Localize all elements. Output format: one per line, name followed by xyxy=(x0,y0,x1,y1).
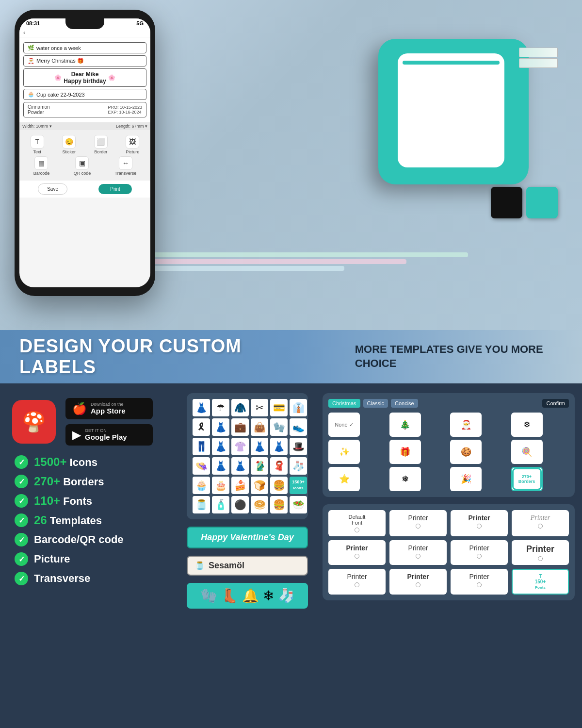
picture-tool-icon: 🖼 xyxy=(126,135,139,149)
barcode-tool-label: Barcode xyxy=(33,171,50,176)
font-cell-6[interactable]: Printer xyxy=(451,540,508,565)
sesamol-banner: 🫙 Sesamöl xyxy=(187,556,308,576)
font-cell-badge[interactable]: T150+Fonts xyxy=(512,569,569,595)
font-sample-3: Printer xyxy=(531,514,550,522)
app-toolbar: T Text 😊 Sticker ⬜ Border 🖼 xyxy=(19,130,150,181)
border-cell[interactable]: 🍪 xyxy=(450,440,482,464)
toolbar-row-1: T Text 😊 Sticker ⬜ Border 🖼 xyxy=(21,135,148,154)
save-button[interactable]: Save xyxy=(38,183,67,195)
google-play-button[interactable]: ▶ GET IT ON Google Play xyxy=(65,424,153,446)
picture-tool[interactable]: 🖼 Picture xyxy=(126,135,139,154)
valentine-text: Happy Valentine's Day xyxy=(201,532,294,542)
icon-cell: 🥻 xyxy=(251,457,268,475)
feature-fonts: ✓ 110+ Fonts xyxy=(15,494,167,508)
icon-cell: 👖 xyxy=(193,438,210,455)
font-cell-default[interactable]: DefaultFont xyxy=(328,510,386,536)
santa-icon: 🎅 xyxy=(28,58,34,64)
plant-icon: 🌿 xyxy=(28,45,34,51)
border-cell[interactable]: 🎄 xyxy=(389,413,421,437)
border-cell[interactable]: 🎁 xyxy=(389,440,421,464)
font-sample-9: Printer xyxy=(407,573,429,580)
label-item-cupcake[interactable]: 🧁 Cup cake 22-9-2023 xyxy=(23,89,146,100)
sticker-tool-icon: 😊 xyxy=(62,135,76,149)
text-tool[interactable]: T Text xyxy=(31,135,44,154)
apple-icon: 🍎 xyxy=(72,402,87,415)
feature-picture: ✓ Picture xyxy=(15,552,167,566)
snowflake-icon: ❄ xyxy=(263,588,274,604)
font-cell-10[interactable]: Printer xyxy=(451,569,508,595)
icon-cell: 🍞 xyxy=(251,477,268,494)
width-label: Width: 10mm ▾ xyxy=(22,124,52,129)
label-item-birthday[interactable]: 🌸 Dear MikeHappy birthday 🌸 xyxy=(23,68,146,87)
border-tool[interactable]: ⬜ Border xyxy=(94,135,108,154)
qr-tool[interactable]: ▣ QR code xyxy=(74,156,91,176)
top-product-section: 08:31 5G ‹ 🌿 water once a week 🎅 xyxy=(0,0,582,330)
app-store-button[interactable]: 🍎 Download on the App Store xyxy=(65,398,153,419)
font-cell-2[interactable]: Printer xyxy=(451,510,508,536)
label-item-christmas[interactable]: 🎅 Merry Christmas 🎁 xyxy=(23,55,146,66)
cupcake-icon: 🧁 xyxy=(28,91,34,98)
app-logos-row: 🍄 🍎 Download on the App Store ▶ GET IT O… xyxy=(12,398,167,446)
border-cell[interactable]: 🎉 xyxy=(450,467,482,491)
icon-cell: 🧤 xyxy=(270,418,288,436)
valentine-banner: Happy Valentine's Day xyxy=(187,527,308,548)
radio-dot xyxy=(355,582,359,587)
font-cell-8[interactable]: Printer xyxy=(328,569,386,595)
border-cell[interactable]: ❅ xyxy=(389,467,421,491)
radio-dot xyxy=(355,554,359,559)
label-item-water[interactable]: 🌿 water once a week xyxy=(23,42,146,53)
width-length-selector: Width: 10mm ▾ Length: 67mm ▾ xyxy=(19,122,150,130)
font-cell-9[interactable]: Printer xyxy=(389,569,447,595)
font-cell-5[interactable]: Printer xyxy=(389,540,447,565)
boot-icon: 👢 xyxy=(221,588,238,604)
phone-time: 08:31 xyxy=(26,20,40,26)
qr-tool-label: QR code xyxy=(74,171,91,176)
icon-cell: 🥗 xyxy=(290,496,307,513)
font-cell-1[interactable]: Printer xyxy=(389,510,447,536)
barcode-tool[interactable]: ▦ Barcode xyxy=(33,156,50,176)
bottle-icon: 🫙 xyxy=(195,561,205,570)
google-play-text: GET IT ON Google Play xyxy=(85,428,127,442)
border-none[interactable]: None ✓ xyxy=(328,413,360,437)
feature-icons-text: 1500+ Icons xyxy=(34,455,97,469)
border-tool-label: Border xyxy=(94,149,107,154)
icon-cell: 👗 xyxy=(212,457,229,475)
icon-cell: 👟 xyxy=(290,418,307,436)
icon-cell: 🫙 xyxy=(193,496,210,513)
border-cell[interactable]: ⭐ xyxy=(328,467,360,491)
sticker-tool[interactable]: 😊 Sticker xyxy=(62,135,76,154)
tab-classic[interactable]: Classic xyxy=(363,399,388,408)
icon-cell: ☂ xyxy=(212,399,229,416)
font-label-default: DefaultFont xyxy=(349,514,366,526)
check-icon-5: ✓ xyxy=(15,533,28,546)
border-cell[interactable]: ✨ xyxy=(328,440,360,464)
tab-christmas[interactable]: Christmas xyxy=(328,399,360,408)
label-item-spice[interactable]: CinnamonPowder PRO: 10-15-2023EXP: 10-16… xyxy=(23,102,146,117)
font-cell-4[interactable]: Printer xyxy=(328,540,386,565)
icon-cell-badge: 1500+Icons xyxy=(290,477,307,494)
border-cell[interactable]: ❄ xyxy=(511,413,543,437)
tab-concise[interactable]: Concise xyxy=(391,399,418,408)
transverse-tool-icon: ↔ xyxy=(119,156,132,170)
fonts-grid: DefaultFont Printer Printer Printer xyxy=(328,510,569,595)
transverse-tool[interactable]: ↔ Transverse xyxy=(115,156,137,176)
feature-borders-text: 270+ Borders xyxy=(34,475,104,488)
google-play-icon: ▶ xyxy=(72,428,81,442)
print-button[interactable]: Print xyxy=(98,184,132,194)
font-cell-7[interactable]: Printer xyxy=(512,540,569,565)
font-cell-3[interactable]: Printer xyxy=(512,510,569,536)
picture-tool-label: Picture xyxy=(126,149,139,154)
icon-cell: 🧦 xyxy=(290,457,307,475)
icon-cell: 👗 xyxy=(251,438,268,455)
border-cell[interactable]: 🍭 xyxy=(511,440,543,464)
fonts-panel: DefaultFont Printer Printer Printer xyxy=(323,504,575,600)
border-cell-selected[interactable]: 270+Borders xyxy=(511,467,543,491)
left-column: 🍄 🍎 Download on the App Store ▶ GET IT O… xyxy=(0,383,179,728)
cartridge-black xyxy=(491,187,522,218)
border-cell[interactable]: 🎅 xyxy=(450,413,482,437)
check-icon-3: ✓ xyxy=(15,494,28,508)
phone-back-button[interactable]: ‹ xyxy=(19,28,150,37)
bottom-section: 🍄 🍎 Download on the App Store ▶ GET IT O… xyxy=(0,383,582,728)
confirm-button[interactable]: Confirm xyxy=(542,399,569,408)
icon-cell: 👗 xyxy=(193,399,210,416)
